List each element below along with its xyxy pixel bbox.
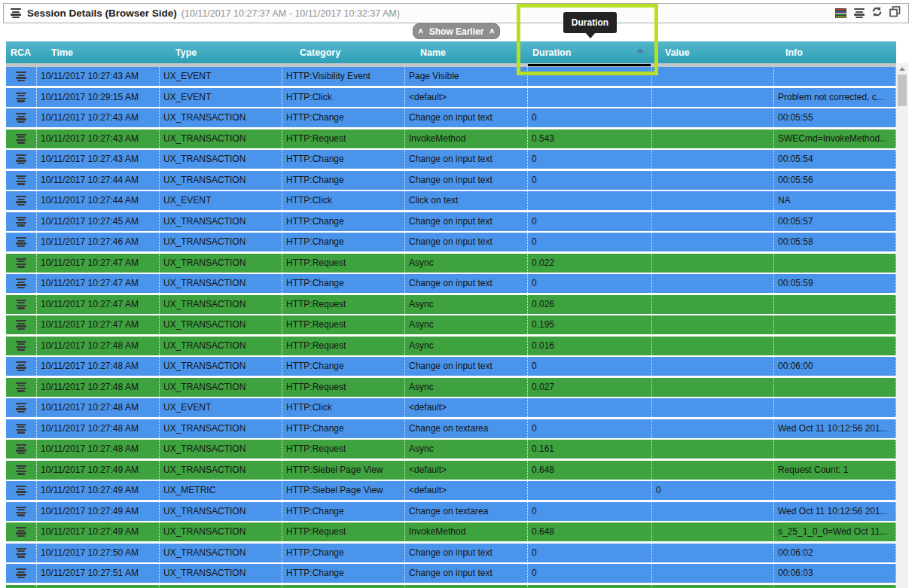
cell-category: HTTP:Siebel Page View (282, 481, 404, 500)
rca-icon[interactable] (15, 217, 26, 227)
table-row[interactable]: 10/11/2017 10:27:43 AMUX_TRANSACTIONHTTP… (6, 129, 896, 148)
cell-category: HTTP:Click (282, 191, 404, 210)
rca-icon[interactable] (15, 486, 26, 495)
table-row[interactable]: 10/11/2017 10:27:43 AMUX_EVENTHTTP:Visib… (6, 67, 896, 86)
cell-time: 10/11/2017 10:27:49 AM (36, 502, 159, 521)
column-header-time[interactable]: Time (36, 41, 159, 63)
table-row[interactable]: 10/11/2017 10:27:47 AMUX_TRANSACTIONHTTP… (6, 254, 896, 273)
rca-icon[interactable] (15, 424, 26, 434)
cell-category: HTTP:Siebel Page View (282, 461, 404, 480)
cell-time: 10/11/2017 10:27:48 AM (36, 440, 159, 459)
table-row[interactable]: 10/11/2017 10:27:43 AMUX_TRANSACTIONHTTP… (6, 108, 896, 127)
rca-icon[interactable] (15, 320, 26, 330)
rca-icon[interactable] (15, 444, 26, 454)
cell-name: Change on input text (404, 274, 527, 293)
rca-icon[interactable] (15, 72, 26, 81)
table-row[interactable]: 10/11/2017 10:27:49 AMUX_TRANSACTIONHTTP… (6, 461, 896, 480)
table-row[interactable]: 10/11/2017 10:27:47 AMUX_TRANSACTIONHTTP… (6, 295, 896, 314)
table-row[interactable]: 10/11/2017 10:27:49 AMUX_TRANSACTIONHTTP… (6, 522, 896, 541)
cell-category: HTTP:Click (282, 398, 404, 417)
row-density-icon[interactable] (853, 8, 865, 18)
cell-duration: 0 (527, 212, 651, 231)
table-row[interactable]: 10/11/2017 10:27:45 AMUX_TRANSACTIONHTTP… (6, 212, 896, 231)
colored-rows-icon[interactable] (835, 8, 846, 19)
rca-icon[interactable] (15, 465, 26, 475)
cell-time: 10/11/2017 10:27:49 AM (36, 522, 159, 541)
table-row[interactable]: 10/11/2017 10:27:48 AMUX_EVENTHTTP:Click… (6, 398, 896, 417)
cell-name: Async (404, 315, 527, 334)
refresh-icon[interactable] (871, 6, 883, 20)
cell-duration (527, 398, 651, 417)
cell-name: Page Visible (404, 67, 527, 86)
cell-type: UX_TRANSACTION (159, 585, 282, 588)
cell-type: UX_TRANSACTION (159, 315, 282, 334)
table-row[interactable]: 10/11/2017 10:29:15 AMUX_EVENTHTTP:Click… (6, 88, 896, 107)
column-header-info[interactable]: Info (773, 41, 896, 63)
tooltip-label: Duration (572, 17, 608, 28)
rca-icon[interactable] (15, 134, 26, 144)
cell-info (773, 378, 896, 397)
column-header-rca[interactable]: RCA (6, 41, 36, 63)
rca-icon[interactable] (15, 258, 26, 268)
table-row[interactable]: 10/11/2017 10:27:48 AMUX_TRANSACTIONHTTP… (6, 419, 896, 438)
table-row[interactable]: 10/11/2017 10:27:47 AMUX_TRANSACTIONHTTP… (6, 274, 896, 293)
cell-category: HTTP:Change (282, 233, 404, 251)
cell-value (651, 67, 773, 86)
cell-type: UX_EVENT (159, 398, 282, 417)
cell-time: 10/11/2017 10:27:51 AM (36, 585, 159, 588)
table-row[interactable]: 10/11/2017 10:27:47 AMUX_TRANSACTIONHTTP… (6, 315, 896, 334)
table-row[interactable]: 10/11/2017 10:27:51 AMUX_TRANSACTIONHTTP… (6, 585, 896, 588)
cell-type: UX_TRANSACTION (159, 522, 282, 541)
rca-icon[interactable] (15, 279, 26, 288)
rca-icon[interactable] (15, 361, 26, 371)
column-header-label: Info (785, 47, 803, 58)
rca-icon[interactable] (15, 548, 26, 558)
table-row[interactable]: 10/11/2017 10:27:50 AMUX_TRANSACTIONHTTP… (6, 544, 896, 562)
table-row[interactable]: 10/11/2017 10:27:48 AMUX_TRANSACTIONHTTP… (6, 440, 896, 459)
column-header-type[interactable]: Type (159, 41, 282, 63)
restore-window-icon[interactable] (889, 6, 901, 20)
rca-icon[interactable] (15, 154, 26, 164)
table-row[interactable]: 10/11/2017 10:27:48 AMUX_TRANSACTIONHTTP… (6, 378, 896, 397)
cell-value (651, 419, 773, 438)
cell-type: UX_TRANSACTION (159, 295, 282, 314)
table-row[interactable]: 10/11/2017 10:27:49 AMUX_METRICHTTP:Sieb… (6, 481, 896, 500)
rca-icon[interactable] (15, 300, 26, 309)
table-row[interactable]: 10/11/2017 10:27:44 AMUX_TRANSACTIONHTTP… (6, 171, 896, 190)
table-row[interactable]: 10/11/2017 10:27:48 AMUX_TRANSACTIONHTTP… (6, 357, 896, 376)
rca-icon[interactable] (15, 568, 26, 578)
table-row[interactable]: 10/11/2017 10:27:48 AMUX_TRANSACTIONHTTP… (6, 337, 896, 355)
rca-icon[interactable] (15, 175, 26, 185)
rca-icon[interactable] (15, 196, 26, 206)
rca-icon[interactable] (15, 403, 26, 413)
show-earlier-button[interactable]: ∧ Show Earlier ∧ (413, 23, 500, 39)
rca-icon[interactable] (15, 382, 26, 392)
rca-icon[interactable] (15, 93, 26, 102)
cell-name: InvokeMethod (404, 585, 527, 588)
column-header-label: RCA (11, 47, 31, 58)
table-row[interactable]: 10/11/2017 10:27:49 AMUX_TRANSACTIONHTTP… (6, 502, 896, 521)
cell-value (651, 502, 773, 521)
table-row[interactable]: 10/11/2017 10:27:44 AMUX_EVENTHTTP:Click… (6, 191, 896, 210)
cell-info: Request Count: 1 (773, 461, 896, 480)
vertical-scrollbar[interactable] (896, 63, 908, 588)
column-header-category[interactable]: Category (282, 41, 404, 63)
table-row[interactable]: 10/11/2017 10:27:46 AMUX_TRANSACTIONHTTP… (6, 233, 896, 251)
column-header-value[interactable]: Value (651, 41, 773, 63)
table-row[interactable]: 10/11/2017 10:27:43 AMUX_TRANSACTIONHTTP… (6, 150, 896, 169)
cell-rca (6, 171, 36, 190)
cell-name: Async (404, 378, 527, 397)
rca-icon[interactable] (15, 113, 26, 123)
column-header-duration[interactable]: Duration (527, 41, 651, 63)
scroll-up-button[interactable] (896, 63, 908, 74)
rca-icon[interactable] (15, 237, 26, 247)
rca-icon[interactable] (15, 527, 26, 537)
rca-icon[interactable] (15, 507, 26, 516)
column-header-name[interactable]: Name (404, 41, 527, 63)
scrollbar-thumb[interactable] (898, 75, 907, 106)
cell-time: 10/11/2017 10:27:47 AM (36, 274, 159, 293)
cell-info: SWECmd=InvokeMethod... (773, 585, 896, 588)
cell-info: 00:06:02 (773, 544, 896, 562)
table-row[interactable]: 10/11/2017 10:27:51 AMUX_TRANSACTIONHTTP… (6, 564, 896, 583)
rca-icon[interactable] (15, 341, 26, 351)
